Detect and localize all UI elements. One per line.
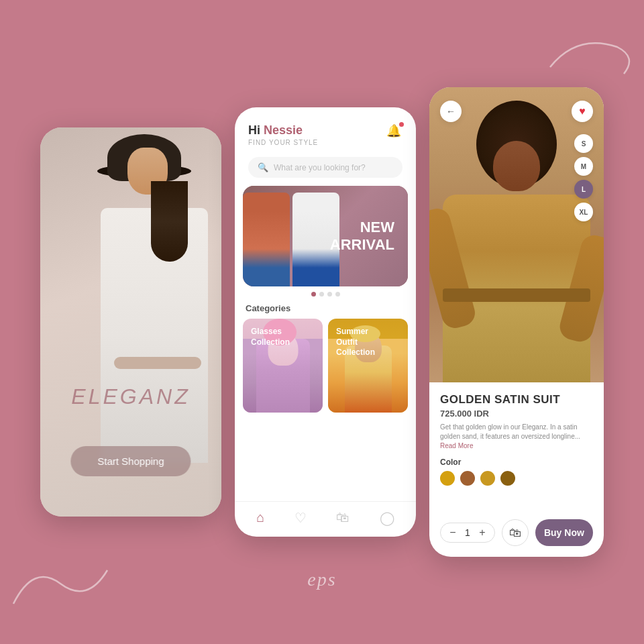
buy-now-button[interactable]: Buy Now <box>535 519 593 546</box>
nav-cart-icon[interactable]: 🛍 <box>336 510 350 526</box>
nav-profile-icon[interactable]: ◯ <box>380 510 394 526</box>
product-actions: − 1 + 🛍 Buy Now <box>429 519 604 557</box>
screen-home: Hi Nessie FIND YOUR STYLE 🔔 🔍 What are y… <box>235 107 416 537</box>
color-yellow[interactable] <box>480 471 495 486</box>
size-selector: S M L XL <box>574 134 593 221</box>
search-bar[interactable]: 🔍 What are you looking for? <box>248 157 402 178</box>
summer-label: SummerOutfitCollection <box>336 327 375 358</box>
qty-minus-button[interactable]: − <box>446 526 460 539</box>
size-s[interactable]: S <box>574 134 593 153</box>
product-price: 725.000 IDR <box>440 409 593 419</box>
dot-2[interactable] <box>319 292 324 297</box>
glasses-person <box>243 339 323 413</box>
dot-3[interactable] <box>327 292 332 297</box>
bottom-nav: ⌂ ♡ 🛍 ◯ <box>235 501 416 537</box>
quantity-control: − 1 + <box>440 523 495 543</box>
product-description: Get that golden glow in our Eleganz. In … <box>440 423 593 451</box>
find-style-text: FIND YOUR STYLE <box>248 139 318 146</box>
back-button[interactable]: ← <box>440 101 462 122</box>
notification-dot <box>399 122 404 127</box>
belt <box>114 357 201 369</box>
hair-shape <box>151 181 188 262</box>
color-gold[interactable] <box>440 471 455 486</box>
wishlist-button[interactable]: ♥ <box>572 101 593 122</box>
search-placeholder: What are you looking for? <box>274 163 366 172</box>
categories-grid: GlassesCollection SummerOutfitCollection <box>243 319 408 501</box>
product-details: GOLDEN SATIN SUIT 725.000 IDR Get that g… <box>429 382 604 519</box>
read-more-link[interactable]: Read More <box>440 442 473 449</box>
start-shopping-button[interactable]: Start Shopping <box>70 446 191 476</box>
home-header: Hi Nessie FIND YOUR STYLE 🔔 <box>235 107 416 153</box>
new-arrival-banner[interactable]: NEW ARRIVAL <box>243 186 408 286</box>
category-summer[interactable]: SummerOutfitCollection <box>328 319 408 413</box>
dot-1[interactable] <box>311 292 316 297</box>
banner-text: NEW ARRIVAL <box>330 219 394 254</box>
size-xl[interactable]: XL <box>574 203 593 221</box>
banner-pagination <box>235 292 416 297</box>
size-m[interactable]: M <box>574 157 593 176</box>
glasses-label: GlassesCollection <box>251 327 290 347</box>
banner-line1: NEW <box>330 219 394 236</box>
banner-line2: ARRIVAL <box>330 236 394 254</box>
category-glasses[interactable]: GlassesCollection <box>243 319 323 413</box>
color-dark-brown[interactable] <box>500 471 515 486</box>
qty-plus-button[interactable]: + <box>476 526 489 539</box>
product-image: ← ♥ S M L XL <box>429 87 604 382</box>
product-name: GOLDEN SATIN SUIT <box>440 393 593 407</box>
greeting-text: Hi Nessie <box>248 123 318 138</box>
color-brown[interactable] <box>460 471 475 486</box>
search-icon: 🔍 <box>258 162 268 172</box>
cart-icon: 🛍 <box>509 526 521 540</box>
product-person-bg <box>429 87 604 382</box>
nav-wishlist-icon[interactable]: ♡ <box>294 510 307 526</box>
size-l[interactable]: L <box>574 180 593 199</box>
eps-watermark: eps <box>307 569 336 590</box>
notification-icon[interactable]: 🔔 <box>386 123 402 140</box>
quantity-value: 1 <box>465 527 470 538</box>
screen-product: ← ♥ S M L XL GOLDEN SATIN SUIT 725.000 I… <box>429 87 604 557</box>
banner-person-1 <box>243 193 290 286</box>
nav-home-icon[interactable]: ⌂ <box>256 510 264 526</box>
screen-splash: ELEGANZ Start Shopping <box>40 127 221 517</box>
categories-label: Categories <box>235 301 416 319</box>
brand-name: ELEGANZ <box>71 384 190 409</box>
add-to-cart-button[interactable]: 🛍 <box>502 519 529 546</box>
dot-4[interactable] <box>335 292 340 297</box>
color-label: Color <box>440 458 593 467</box>
greeting-section: Hi Nessie FIND YOUR STYLE <box>248 123 318 146</box>
color-swatches <box>440 471 593 486</box>
banner-figures <box>243 193 339 286</box>
